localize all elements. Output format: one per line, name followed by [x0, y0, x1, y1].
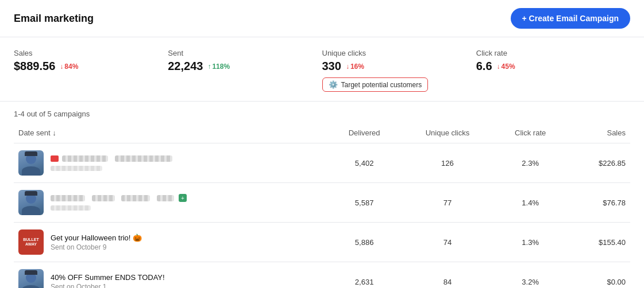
stat-sent-value-row: 22,243 ↑ 118%: [168, 60, 322, 73]
click-rate-cell: 2.3%: [495, 143, 566, 183]
stat-unique-clicks-value-row: 330 ↓ 16%: [322, 60, 476, 73]
stat-unique-clicks-label: Unique clicks: [322, 49, 476, 57]
campaign-name: Get your Halloween trio! 🎃: [51, 233, 142, 242]
unique-clicks-cell: 77: [400, 183, 495, 223]
col-unique-clicks: Unique clicks: [400, 123, 495, 143]
campaign-subtitle: Sent on October 1: [51, 283, 165, 289]
unique-clicks-cell: 126: [400, 143, 495, 183]
campaign-details: +: [51, 194, 187, 212]
stat-unique-clicks-change-value: 16%: [350, 63, 364, 71]
click-rate-cell: 1.3%: [495, 223, 566, 262]
stat-sales-change-value: 84%: [64, 63, 78, 71]
stat-sales: Sales $889.56 ↓ 84%: [14, 49, 168, 92]
target-potential-customers-badge[interactable]: ⚙️ Target potential customers: [322, 77, 429, 92]
campaign-name: [51, 154, 172, 163]
sales-cell: $0.00: [566, 262, 630, 289]
campaign-subtitle: [51, 164, 172, 172]
campaigns-table: Date sent ↓ Delivered Unique clicks Clic…: [14, 123, 630, 288]
campaign-info-cell: BULLETAWAY Get your Halloween trio! 🎃 Se…: [18, 229, 323, 255]
blurred-name-text3: [121, 195, 150, 201]
campaign-details: [51, 154, 172, 172]
sales-cell: $76.78: [566, 183, 630, 223]
table-row: 5,402 126 2.3% $226.85: [14, 143, 630, 183]
sales-cell: $226.85: [566, 143, 630, 183]
campaign-subtitle: [51, 204, 187, 212]
page-title: Email marketing: [14, 13, 94, 25]
stat-sent: Sent 22,243 ↑ 118%: [168, 49, 322, 92]
unique-clicks-cell: 74: [400, 223, 495, 262]
col-sales: Sales: [566, 123, 630, 143]
campaigns-table-container: Date sent ↓ Delivered Unique clicks Clic…: [0, 123, 644, 288]
campaigns-count-text: 1-4 out of 5 campaigns: [14, 110, 90, 118]
stat-sent-value: 22,243: [168, 60, 203, 73]
delivered-cell: 5,587: [328, 183, 400, 223]
stat-click-rate-value-row: 6.6 ↓ 45%: [476, 60, 630, 73]
blurred-sub-text: [51, 205, 91, 211]
stat-click-rate-value: 6.6: [476, 60, 492, 73]
campaign-thumbnail: [18, 190, 44, 215]
stat-sales-change: ↓ 84%: [60, 63, 78, 71]
blurred-name-text: [62, 155, 108, 162]
red-block-decoration: [51, 155, 59, 162]
stat-unique-clicks-value: 330: [322, 60, 341, 73]
page-header: Email marketing + Create Email Campaign: [0, 0, 644, 37]
stat-sales-value-row: $889.56 ↓ 84%: [14, 60, 168, 73]
delivered-cell: 2,631: [328, 262, 400, 289]
campaign-details: 40% OFF Summer ENDS TODAY! Sent on Octob…: [51, 273, 165, 289]
table-header-row: Date sent ↓ Delivered Unique clicks Clic…: [14, 123, 630, 143]
campaign-details: Get your Halloween trio! 🎃 Sent on Octob…: [51, 233, 142, 251]
green-plus-icon: +: [179, 194, 187, 202]
arrow-up-icon: ↑: [207, 63, 211, 71]
blurred-sub-text: [51, 166, 102, 171]
click-rate-cell: 1.4%: [495, 183, 566, 223]
delivered-cell: 5,402: [328, 143, 400, 183]
stat-sent-change-value: 118%: [212, 63, 230, 71]
target-icon: ⚙️: [329, 80, 338, 89]
table-row: + 5,587 77 1.4% $76.78: [14, 183, 630, 223]
stat-sales-label: Sales: [14, 49, 168, 57]
stats-row: Sales $889.56 ↓ 84% Sent 22,243 ↑ 118% U…: [0, 37, 644, 102]
arrow-down-icon: ↓: [346, 63, 349, 71]
blurred-name-text2: [92, 195, 115, 201]
table-row: BULLETAWAY Get your Halloween trio! 🎃 Se…: [14, 223, 630, 262]
unique-clicks-cell: 84: [400, 262, 495, 289]
col-click-rate: Click rate: [495, 123, 566, 143]
hat-decoration: [25, 151, 37, 156]
hat-decoration: [25, 191, 37, 196]
campaign-cell: 40% OFF Summer ENDS TODAY! Sent on Octob…: [14, 262, 328, 289]
stat-click-rate: Click rate 6.6 ↓ 45%: [476, 49, 630, 92]
blurred-name-text4: [157, 195, 174, 201]
create-campaign-button[interactable]: + Create Email Campaign: [511, 8, 630, 29]
campaign-thumbnail: BULLETAWAY: [18, 229, 44, 255]
blurred-name-text2: [115, 155, 172, 162]
stat-click-rate-label: Click rate: [476, 49, 630, 57]
stat-click-rate-change-value: 45%: [502, 63, 515, 71]
stat-sent-change: ↑ 118%: [207, 63, 230, 71]
arrow-down-icon: ↓: [60, 63, 63, 71]
campaign-thumbnail: [18, 150, 44, 176]
col-delivered: Delivered: [328, 123, 400, 143]
table-row: 40% OFF Summer ENDS TODAY! Sent on Octob…: [14, 262, 630, 289]
stat-unique-clicks-change: ↓ 16%: [346, 63, 364, 71]
blurred-name-text: [51, 195, 85, 201]
arrow-down-icon: ↓: [497, 63, 500, 71]
campaign-name: +: [51, 194, 187, 203]
campaign-cell: +: [14, 183, 328, 223]
click-rate-cell: 3.2%: [495, 262, 566, 289]
campaigns-count-label: 1-4 out of 5 campaigns: [0, 102, 644, 123]
hat-decoration: [25, 270, 37, 275]
stat-sales-value: $889.56: [14, 60, 55, 73]
col-date-sent: Date sent ↓: [14, 123, 328, 143]
sales-cell: $155.40: [566, 223, 630, 262]
stat-unique-clicks: Unique clicks 330 ↓ 16% ⚙️ Target potent…: [322, 49, 476, 92]
campaign-cell: BULLETAWAY Get your Halloween trio! 🎃 Se…: [14, 223, 328, 262]
stat-click-rate-change: ↓ 45%: [497, 63, 515, 71]
campaign-info-cell: [18, 150, 323, 176]
campaign-info-cell: 40% OFF Summer ENDS TODAY! Sent on Octob…: [18, 269, 323, 288]
campaign-subtitle: Sent on October 9: [51, 243, 142, 251]
campaign-name: 40% OFF Summer ENDS TODAY!: [51, 273, 165, 282]
campaign-thumbnail: [18, 269, 44, 288]
campaign-info-cell: +: [18, 190, 323, 215]
campaign-cell: [14, 143, 328, 183]
stat-sent-label: Sent: [168, 49, 322, 57]
